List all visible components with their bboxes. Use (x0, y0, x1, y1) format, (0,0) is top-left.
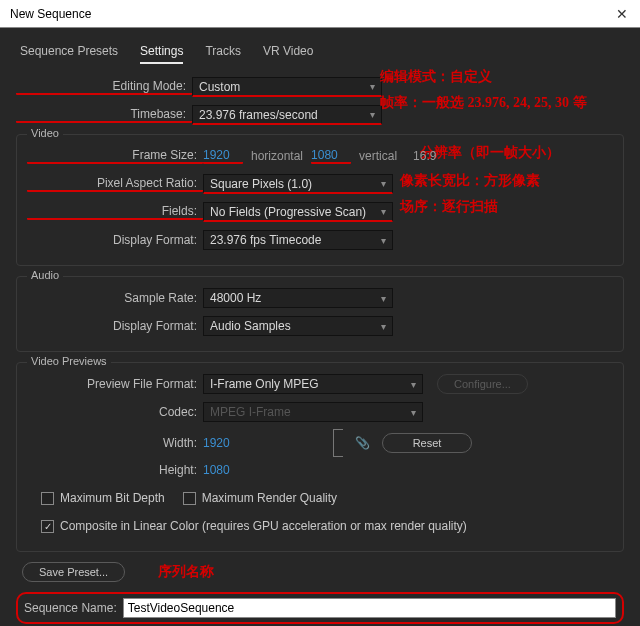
window-title: New Sequence (10, 7, 91, 21)
chevron-down-icon: ▾ (370, 109, 375, 120)
sequence-name-label: Sequence Name: (24, 601, 117, 615)
par-value: Square Pixels (1.0) (210, 177, 312, 191)
preview-format-label: Preview File Format: (27, 377, 203, 391)
vertical-label: vertical (359, 149, 397, 163)
video-display-format-select[interactable]: 23.976 fps Timecode ▾ (203, 230, 393, 250)
video-group: Video Frame Size: 1920 horizontal 1080 v… (16, 134, 624, 266)
editing-mode-value: Custom (199, 80, 240, 94)
video-previews-group: Video Previews Preview File Format: I-Fr… (16, 362, 624, 552)
timebase-select[interactable]: 23.976 frames/second ▾ (192, 105, 382, 125)
max-render-quality-checkbox[interactable] (183, 492, 196, 505)
attachment-icon: 📎 (355, 436, 370, 450)
linear-color-label: Composite in Linear Color (requires GPU … (60, 519, 467, 533)
linear-color-checkbox[interactable] (41, 520, 54, 533)
save-preset-button[interactable]: Save Preset... (22, 562, 125, 582)
frame-size-label: Frame Size: (27, 148, 203, 164)
audio-display-format-label: Display Format: (27, 319, 203, 333)
chevron-down-icon: ▾ (381, 206, 386, 217)
sequence-name-input[interactable] (123, 598, 616, 618)
audio-display-format-select[interactable]: Audio Samples ▾ (203, 316, 393, 336)
max-bit-depth-checkbox[interactable] (41, 492, 54, 505)
video-display-format-label: Display Format: (27, 233, 203, 247)
tab-settings[interactable]: Settings (140, 44, 183, 64)
chevron-down-icon: ▾ (370, 81, 375, 92)
editing-mode-select[interactable]: Custom ▾ (192, 77, 382, 97)
aspect-ratio-text: 16:9 (413, 149, 436, 163)
preview-height-label: Height: (27, 463, 203, 477)
anno-seqname: 序列名称 (158, 563, 214, 581)
anno-timebase: 帧率：一般选 23.976, 24, 25, 30 等 (380, 94, 587, 112)
reset-button[interactable]: Reset (382, 433, 472, 453)
video-group-title: Video (27, 127, 63, 139)
editing-mode-label: Editing Mode: (16, 79, 192, 95)
preview-height-input[interactable]: 1080 (203, 463, 243, 477)
audio-group-title: Audio (27, 269, 63, 281)
par-select[interactable]: Square Pixels (1.0) ▾ (203, 174, 393, 194)
tab-tracks[interactable]: Tracks (205, 44, 241, 64)
link-dimensions-icon[interactable] (333, 429, 343, 457)
configure-button: Configure... (437, 374, 528, 394)
audio-display-format-value: Audio Samples (210, 319, 291, 333)
anno-editing-mode: 编辑模式：自定义 (380, 68, 492, 86)
chevron-down-icon: ▾ (381, 178, 386, 189)
video-display-format-value: 23.976 fps Timecode (210, 233, 321, 247)
par-label: Pixel Aspect Ratio: (27, 176, 203, 192)
codec-value: MPEG I-Frame (210, 405, 291, 419)
timebase-value: 23.976 frames/second (199, 108, 318, 122)
fields-select[interactable]: No Fields (Progressive Scan) ▾ (203, 202, 393, 222)
video-previews-title: Video Previews (27, 355, 111, 367)
tab-bar: Sequence Presets Settings Tracks VR Vide… (16, 38, 624, 66)
chevron-down-icon: ▾ (411, 407, 416, 418)
frame-height-input[interactable]: 1080 (311, 148, 351, 164)
tab-sequence-presets[interactable]: Sequence Presets (20, 44, 118, 64)
sample-rate-select[interactable]: 48000 Hz ▾ (203, 288, 393, 308)
sample-rate-value: 48000 Hz (210, 291, 261, 305)
fields-label: Fields: (27, 204, 203, 220)
audio-group: Audio Sample Rate: 48000 Hz ▾ Display Fo… (16, 276, 624, 352)
horizontal-label: horizontal (251, 149, 303, 163)
preview-format-select[interactable]: I-Frame Only MPEG ▾ (203, 374, 423, 394)
max-bit-depth-label: Maximum Bit Depth (60, 491, 165, 505)
preview-width-input[interactable]: 1920 (203, 436, 243, 450)
max-render-quality-label: Maximum Render Quality (202, 491, 337, 505)
timebase-label: Timebase: (16, 107, 192, 123)
frame-width-input[interactable]: 1920 (203, 148, 243, 164)
chevron-down-icon: ▾ (381, 293, 386, 304)
preview-format-value: I-Frame Only MPEG (210, 377, 319, 391)
fields-value: No Fields (Progressive Scan) (210, 205, 366, 219)
close-icon[interactable]: ✕ (610, 6, 634, 22)
tab-vr-video[interactable]: VR Video (263, 44, 313, 64)
codec-select: MPEG I-Frame ▾ (203, 402, 423, 422)
chevron-down-icon: ▾ (381, 321, 386, 332)
codec-label: Codec: (27, 405, 203, 419)
chevron-down-icon: ▾ (411, 379, 416, 390)
chevron-down-icon: ▾ (381, 235, 386, 246)
sample-rate-label: Sample Rate: (27, 291, 203, 305)
preview-width-label: Width: (27, 436, 203, 450)
